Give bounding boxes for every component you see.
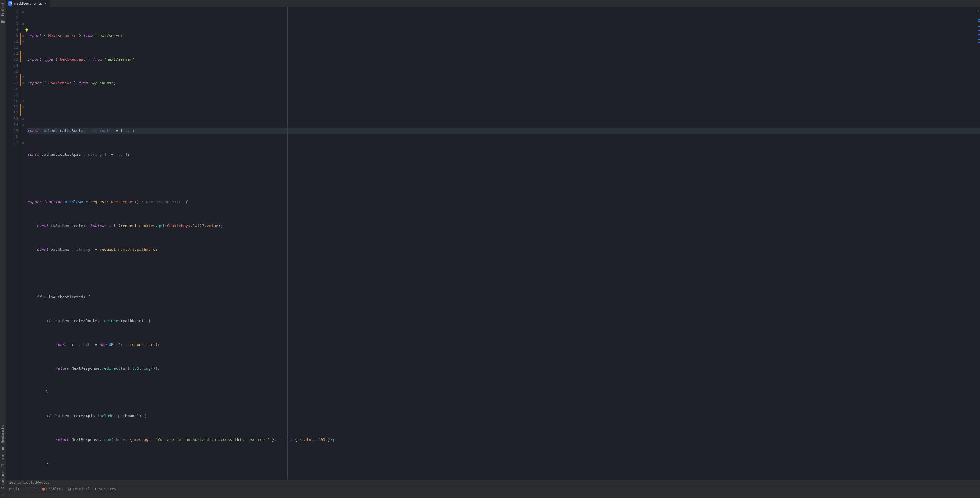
- right-margin-guide: [287, 7, 288, 480]
- error-icon: !: [42, 488, 45, 490]
- vcs-change-marker: [20, 33, 21, 44]
- folder-icon[interactable]: [1, 20, 5, 24]
- list-icon: [24, 487, 28, 491]
- fold-icon[interactable]: ⊟: [22, 76, 24, 79]
- tool-structure[interactable]: Structure: [0, 470, 5, 490]
- fold-icon[interactable]: ⊞: [22, 40, 24, 43]
- analysis-ok-icon[interactable]: ✓: [977, 8, 979, 14]
- line-number-gutter: 1 2 3 4 5 13 21 22 23 24 25 26 27 28 29 …: [6, 7, 20, 480]
- svg-rect-0: [2, 465, 4, 467]
- code-area[interactable]: import { NextResponse } from 'next/serve…: [25, 7, 980, 480]
- vcs-change-marker: [20, 104, 21, 116]
- bottom-tool-bar: Git TODO ! Problems Terminal: [6, 485, 980, 492]
- svg-point-3: [3, 495, 4, 495]
- breadcrumb[interactable]: authenticatedRoutes: [6, 480, 980, 485]
- fold-icon[interactable]: ⊟: [22, 22, 24, 25]
- tool-terminal[interactable]: Terminal: [67, 487, 90, 491]
- svg-point-2: [2, 495, 2, 496]
- tool-git[interactable]: Git: [8, 487, 20, 491]
- svg-rect-10: [25, 488, 27, 488]
- fold-icon[interactable]: ⊟: [22, 10, 24, 13]
- structure-icon: [1, 493, 5, 497]
- fold-icon[interactable]: ⊟: [22, 141, 24, 144]
- svg-rect-7: [24, 488, 25, 488]
- tool-bookmarks[interactable]: Bookmarks: [0, 424, 5, 444]
- fold-icon[interactable]: ⊟: [22, 117, 24, 121]
- fold-icon[interactable]: ⊟: [22, 105, 24, 108]
- svg-point-4: [9, 488, 10, 488]
- close-icon[interactable]: ×: [44, 2, 47, 5]
- tool-todo[interactable]: TODO: [24, 487, 38, 491]
- fold-icon[interactable]: ⊟: [22, 52, 24, 55]
- fold-icon[interactable]: ⊟: [22, 81, 24, 85]
- svg-rect-9: [24, 490, 25, 490]
- tool-npm[interactable]: npm: [0, 453, 5, 462]
- svg-rect-11: [25, 489, 27, 489]
- tool-project[interactable]: Project: [0, 1, 5, 17]
- error-stripe: ✓: [977, 7, 980, 480]
- bookmark-icon: [1, 447, 5, 451]
- fold-icon[interactable]: ⊞: [22, 34, 24, 37]
- left-tool-strip: Project Bookmarks npm Structure: [0, 0, 6, 498]
- svg-rect-12: [25, 490, 27, 490]
- svg-rect-8: [24, 489, 25, 489]
- fold-gutter: ⊟ ⊟ ⊞ ⊞ ⊟ ⊟ ⊟ ⊟ ⊟ ⊟ ⊟: [20, 7, 25, 480]
- tab-middleware[interactable]: TS middleware.ts ×: [6, 0, 50, 7]
- npm-icon: [1, 463, 5, 468]
- svg-point-5: [9, 490, 10, 490]
- tool-problems[interactable]: ! Problems: [42, 487, 64, 491]
- vcs-change-marker: [20, 51, 21, 62]
- play-icon: [94, 487, 97, 491]
- fold-icon[interactable]: ⊟: [22, 123, 24, 126]
- fold-icon[interactable]: ⊟: [22, 99, 24, 103]
- git-branch-icon: [8, 487, 12, 491]
- svg-point-6: [11, 488, 11, 489]
- svg-rect-13: [68, 488, 71, 490]
- code-editor: 1 2 3 4 5 13 21 22 23 24 25 26 27 28 29 …: [6, 7, 980, 480]
- tool-services[interactable]: Services: [94, 487, 116, 491]
- vcs-change-marker: [20, 74, 21, 86]
- terminal-icon: [67, 487, 71, 491]
- status-bar: [6, 492, 980, 498]
- tab-bar: TS middleware.ts ×: [6, 0, 980, 7]
- typescript-file-icon: TS: [8, 2, 13, 6]
- tab-label: middleware.ts: [14, 2, 42, 6]
- svg-point-1: [2, 493, 2, 494]
